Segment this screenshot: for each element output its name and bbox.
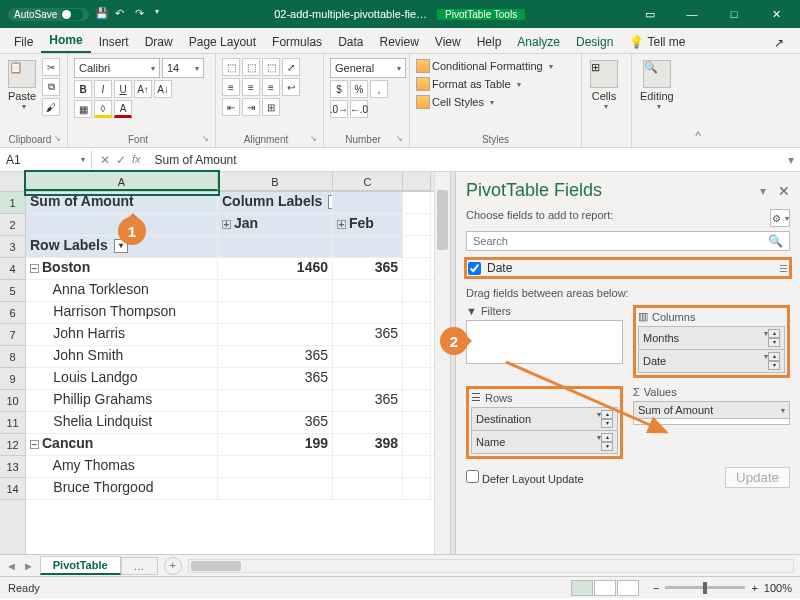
cell[interactable]: −Boston bbox=[26, 258, 218, 279]
zoom-in-button[interactable]: + bbox=[751, 582, 757, 594]
align-left-icon[interactable]: ≡ bbox=[222, 78, 240, 96]
normal-view-button[interactable] bbox=[571, 580, 593, 596]
tab-analyze[interactable]: Analyze bbox=[509, 31, 568, 53]
area-chip-destination[interactable]: Destination▾▴▾ bbox=[471, 407, 618, 431]
sheet-nav-next-icon[interactable]: ► bbox=[23, 560, 34, 572]
cell[interactable] bbox=[333, 478, 403, 499]
cell[interactable]: Shelia Lindquist bbox=[26, 412, 218, 433]
area-chip-name[interactable]: Name▾▴▾ bbox=[471, 430, 618, 454]
italic-button[interactable]: I bbox=[94, 80, 112, 98]
redo-icon[interactable]: ↷ bbox=[135, 7, 149, 21]
field-checkbox-date[interactable] bbox=[468, 262, 481, 275]
formula-input[interactable]: Sum of Amount bbox=[149, 151, 782, 169]
area-rows[interactable]: ☰Rows Destination▾▴▾ Name▾▴▾ bbox=[466, 386, 623, 459]
row-header[interactable]: 12 bbox=[0, 434, 25, 456]
column-header[interactable]: C bbox=[333, 172, 403, 191]
collapse-ribbon-icon[interactable]: ^ bbox=[688, 54, 708, 147]
clipboard-launcher-icon[interactable]: ↘ bbox=[54, 134, 61, 143]
align-right-icon[interactable]: ≡ bbox=[262, 78, 280, 96]
accounting-format-icon[interactable]: $ bbox=[330, 80, 348, 98]
cell[interactable]: 199 bbox=[218, 434, 333, 455]
fill-color-button[interactable]: ◊ bbox=[94, 100, 112, 118]
row-header[interactable]: 1 bbox=[0, 192, 25, 214]
select-all-button[interactable] bbox=[0, 172, 25, 192]
cell[interactable]: Sum of Amount bbox=[26, 192, 218, 213]
wrap-text-icon[interactable]: ↩ bbox=[282, 78, 300, 96]
cell[interactable] bbox=[218, 478, 333, 499]
merge-button[interactable]: ⊞ bbox=[262, 98, 280, 116]
save-icon[interactable]: 💾 bbox=[95, 7, 109, 21]
align-top-icon[interactable]: ⬚ bbox=[222, 58, 240, 76]
sheet-tab-other[interactable]: … bbox=[121, 557, 158, 575]
copy-icon[interactable]: ⧉ bbox=[42, 78, 60, 96]
autosave-toggle[interactable]: AutoSave bbox=[8, 8, 89, 21]
sheet-nav-prev-icon[interactable]: ◄ bbox=[6, 560, 17, 572]
area-values[interactable]: ΣValues Sum of Amount▾ bbox=[633, 386, 790, 459]
tab-insert[interactable]: Insert bbox=[91, 31, 137, 53]
pane-close-icon[interactable]: ✕ bbox=[778, 183, 790, 199]
page-layout-view-button[interactable] bbox=[594, 580, 616, 596]
alignment-launcher-icon[interactable]: ↘ bbox=[310, 134, 317, 143]
area-filters[interactable]: ▼Filters bbox=[466, 305, 623, 378]
column-header[interactable]: B bbox=[218, 172, 333, 191]
increase-decimal-icon[interactable]: .0→ bbox=[330, 100, 348, 118]
cell[interactable] bbox=[333, 280, 403, 301]
number-format-combo[interactable]: General▾ bbox=[330, 58, 406, 78]
zoom-out-button[interactable]: − bbox=[653, 582, 659, 594]
cell[interactable] bbox=[333, 412, 403, 433]
format-as-table-button[interactable]: Format as Table▾ bbox=[416, 76, 575, 92]
field-search-input[interactable] bbox=[467, 232, 762, 250]
row-header[interactable]: 6 bbox=[0, 302, 25, 324]
cell[interactable]: John Harris bbox=[26, 324, 218, 345]
cell[interactable]: 365 bbox=[333, 390, 403, 411]
font-color-button[interactable]: A bbox=[114, 100, 132, 118]
cell[interactable]: 365 bbox=[218, 412, 333, 433]
cell[interactable]: Phillip Grahams bbox=[26, 390, 218, 411]
column-header[interactable]: A bbox=[26, 172, 218, 191]
cell[interactable]: Louis Landgo bbox=[26, 368, 218, 389]
cell[interactable]: 365 bbox=[333, 324, 403, 345]
tab-page-layout[interactable]: Page Layout bbox=[181, 31, 264, 53]
minimize-button[interactable]: — bbox=[672, 0, 712, 28]
field-list-item-date[interactable]: Date ☰ bbox=[466, 259, 790, 277]
new-sheet-button[interactable]: + bbox=[164, 557, 182, 575]
cell[interactable]: −Cancun bbox=[26, 434, 218, 455]
defer-layout-checkbox[interactable]: Defer Layout Update bbox=[466, 470, 584, 485]
align-bottom-icon[interactable]: ⬚ bbox=[262, 58, 280, 76]
name-box[interactable]: A1▾ bbox=[0, 151, 92, 169]
cell[interactable]: 365 bbox=[218, 346, 333, 367]
tab-review[interactable]: Review bbox=[371, 31, 426, 53]
editing-button[interactable]: 🔍Editing▾ bbox=[638, 58, 676, 113]
cells-button[interactable]: ⊞Cells▾ bbox=[588, 58, 620, 113]
cell[interactable] bbox=[218, 456, 333, 477]
borders-button[interactable]: ▦ bbox=[74, 100, 92, 118]
page-break-view-button[interactable] bbox=[617, 580, 639, 596]
cell[interactable] bbox=[333, 368, 403, 389]
area-chip-months[interactable]: Months▾▴▾ bbox=[638, 326, 785, 350]
field-search[interactable]: 🔍 bbox=[466, 231, 790, 251]
cut-icon[interactable]: ✂ bbox=[42, 58, 60, 76]
pane-options-icon[interactable]: ▾ bbox=[760, 184, 766, 198]
tab-design[interactable]: Design bbox=[568, 31, 621, 53]
cell-styles-button[interactable]: Cell Styles▾ bbox=[416, 94, 575, 110]
expand-formula-bar-icon[interactable]: ▾ bbox=[782, 153, 800, 167]
row-header[interactable]: 9 bbox=[0, 368, 25, 390]
cell[interactable] bbox=[218, 280, 333, 301]
decrease-indent-icon[interactable]: ⇤ bbox=[222, 98, 240, 116]
cell[interactable]: Amy Thomas bbox=[26, 456, 218, 477]
undo-icon[interactable]: ↶ bbox=[115, 7, 129, 21]
share-button[interactable]: ↗ bbox=[766, 33, 792, 53]
row-header[interactable]: 7 bbox=[0, 324, 25, 346]
maximize-button[interactable]: □ bbox=[714, 0, 754, 28]
paste-button[interactable]: 📋 Paste▾ bbox=[6, 58, 38, 113]
cancel-formula-icon[interactable]: ✕ bbox=[100, 153, 110, 167]
row-header[interactable]: 11 bbox=[0, 412, 25, 434]
increase-indent-icon[interactable]: ⇥ bbox=[242, 98, 260, 116]
tab-formulas[interactable]: Formulas bbox=[264, 31, 330, 53]
cell[interactable] bbox=[333, 302, 403, 323]
percent-format-icon[interactable]: % bbox=[350, 80, 368, 98]
number-launcher-icon[interactable]: ↘ bbox=[396, 134, 403, 143]
cell[interactable] bbox=[333, 236, 403, 257]
cell[interactable] bbox=[218, 236, 333, 257]
tab-draw[interactable]: Draw bbox=[137, 31, 181, 53]
